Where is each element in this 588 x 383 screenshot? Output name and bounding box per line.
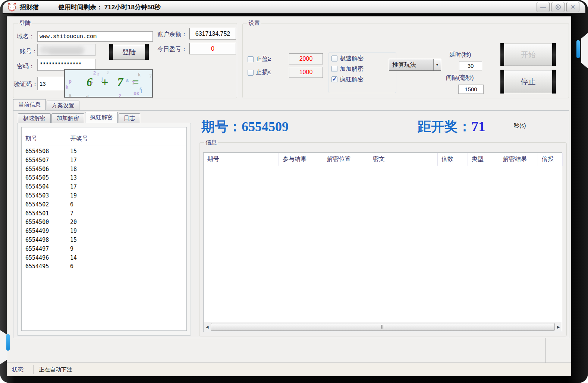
close-button[interactable]: ✕ — [566, 2, 579, 12]
title-bar[interactable]: 招财猫 使用时间剩余： 712小时18分钟50秒 — ✕ — [3, 1, 585, 14]
captcha-noise-char: t — [141, 89, 142, 94]
scrollbar-grip — [383, 325, 383, 329]
stop-win-label: 止盈≥ — [256, 55, 271, 63]
play-mode-dropdown[interactable]: 推算玩法 ▼ — [389, 59, 441, 71]
captcha-noise-char: d — [86, 94, 89, 98]
checkbox-checked[interactable] — [331, 76, 337, 82]
login-button[interactable]: 登陆 — [110, 45, 148, 60]
stop-loss-value[interactable]: 1000 — [289, 67, 323, 78]
scroll-left-icon[interactable]: ◀ — [204, 322, 210, 331]
captcha-noise-char: 7 — [149, 73, 152, 79]
scrollbar-thumb[interactable] — [211, 323, 555, 331]
history-number: 20 — [70, 219, 77, 225]
info-column-header[interactable]: 解密结果 — [499, 153, 538, 166]
history-issue: 6554507 — [25, 157, 49, 164]
history-issue: 6554495 — [25, 263, 49, 270]
history-issue: 6554497 — [25, 246, 49, 252]
scrollbar-grip — [381, 325, 382, 329]
history-issue: 6554505 — [25, 174, 49, 181]
history-row[interactable]: 65545017 — [22, 209, 186, 218]
history-number: 19 — [70, 192, 77, 199]
horizontal-scrollbar[interactable]: ◀ ▶ — [204, 322, 562, 331]
history-row[interactable]: 65544956 — [22, 262, 186, 271]
history-row[interactable]: 65544979 — [22, 244, 186, 253]
info-header-row: 期号参与结果解密位置密文倍数类型解密结果倍投 — [204, 153, 562, 166]
info-column-header[interactable]: 期号 — [204, 153, 279, 166]
history-row[interactable]: 655450319 — [22, 191, 186, 200]
settings-group-label: 设置 — [247, 20, 261, 27]
stop-win-value[interactable]: 2000 — [289, 53, 323, 64]
history-row[interactable]: 655450815 — [22, 147, 186, 156]
history-list-inner: 期号 开奖号 655450815655450717655450618655450… — [21, 127, 187, 331]
domain-label: 域名： — [17, 33, 35, 41]
history-row[interactable]: 655450618 — [22, 165, 186, 174]
history-issue: 6554496 — [25, 254, 49, 261]
history-number: 7 — [70, 210, 73, 217]
decrypt-panel: 极速解密加加解密疯狂解密 — [328, 52, 396, 93]
history-number: 19 — [70, 228, 77, 234]
sub-tab-3[interactable]: 疯狂解密 — [85, 112, 118, 123]
history-row[interactable]: 655449815 — [22, 235, 186, 244]
checkbox-unchecked[interactable] — [248, 56, 254, 62]
history-row[interactable]: 655449614 — [22, 253, 186, 262]
history-issue: 6554500 — [25, 219, 49, 225]
captcha-noise-char: j — [101, 76, 103, 82]
history-row[interactable]: 655450417 — [22, 182, 186, 191]
divider — [545, 338, 546, 363]
domain-input[interactable] — [37, 31, 153, 42]
info-group-label: 信息 — [204, 139, 218, 146]
main-tab-1[interactable]: 当前信息 — [13, 99, 46, 110]
account-input[interactable] — [37, 44, 95, 56]
history-row[interactable]: 655450717 — [22, 156, 186, 165]
history-row[interactable]: 655450513 — [22, 173, 186, 182]
minimize-button[interactable]: — — [537, 2, 550, 12]
usage-time-remaining: 使用时间剩余： 712小时18分钟50秒 — [58, 3, 161, 12]
skin-settings-button[interactable] — [551, 2, 565, 12]
sub-tab-2[interactable]: 加加解密 — [51, 113, 84, 123]
info-column-header[interactable]: 参与结果 — [279, 153, 323, 166]
sub-tab-4[interactable]: 日志 — [119, 113, 140, 123]
info-column-header[interactable]: 密文 — [369, 153, 438, 166]
play-mode-selected: 推算玩法 — [389, 61, 433, 69]
info-column-header[interactable]: 倍数 — [438, 153, 468, 166]
info-column-header[interactable]: 倍投 — [538, 153, 563, 166]
interval-input[interactable] — [458, 85, 484, 94]
stop-win-option[interactable]: 止盈≥ — [248, 55, 271, 63]
captcha-noise-char: s — [126, 77, 129, 83]
scroll-right-icon[interactable]: ▶ — [555, 322, 562, 331]
stop-loss-option[interactable]: 止损≤ — [248, 69, 271, 76]
history-row[interactable]: 655449919 — [22, 227, 186, 235]
history-row[interactable]: 65545026 — [22, 200, 186, 209]
info-column-header[interactable]: 解密位置 — [323, 153, 369, 166]
stop-button[interactable]: 停止 — [501, 70, 556, 93]
chevron-down-icon[interactable]: ▼ — [433, 59, 441, 70]
history-row[interactable]: 655450020 — [22, 218, 186, 227]
checkbox-unchecked[interactable] — [331, 56, 337, 61]
balance-value: 6317134.752 — [189, 28, 236, 39]
history-issue: 6554503 — [25, 192, 49, 199]
current-issue: 期号：6554509 — [201, 118, 289, 136]
main-tab-2[interactable]: 方案设置 — [47, 101, 79, 110]
main-tabs: 当前信息方案设置 — [13, 99, 79, 110]
sub-tab-1[interactable]: 极速解密 — [18, 113, 51, 123]
info-table: 期号参与结果解密位置密文倍数类型解密结果倍投 ◀ ▶ — [203, 152, 562, 332]
info-column-header[interactable]: 类型 — [468, 153, 499, 166]
captcha-noise-char: p — [69, 78, 72, 84]
delay-input[interactable] — [459, 61, 482, 70]
history-number: 13 — [70, 174, 77, 181]
history-issue: 6554501 — [25, 210, 49, 217]
decrypt-option[interactable]: 疯狂解密 — [331, 75, 396, 84]
window-controls: — ✕ — [537, 2, 579, 12]
status-label: 状态: — [12, 366, 25, 373]
checkbox-unchecked[interactable] — [248, 70, 254, 76]
countdown-unit: 秒(s) — [514, 122, 526, 129]
checkbox-unchecked[interactable] — [331, 66, 337, 72]
history-number: 9 — [70, 246, 73, 252]
main-content: 登陆 域名： 账号： 密码： 验证码： 6 + 7 = 2rzk7pkrjs7s… — [7, 16, 571, 376]
start-button[interactable]: 开始 — [501, 44, 556, 66]
decrypt-option[interactable]: 极速解密 — [331, 54, 396, 63]
sub-tabs: 极速解密加加解密疯狂解密日志 — [18, 112, 140, 123]
countdown-value: 71 — [471, 118, 485, 134]
decrypt-option[interactable]: 加加解密 — [331, 64, 396, 73]
captcha-image[interactable]: 6 + 7 = 2rzk7pkrjs7sbktad2 — [64, 69, 153, 98]
